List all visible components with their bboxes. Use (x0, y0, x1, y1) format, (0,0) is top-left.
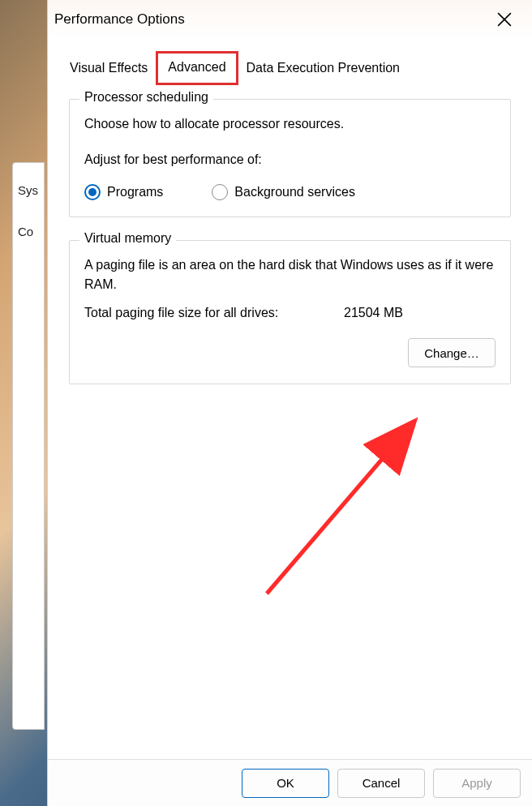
apply-button: Apply (433, 769, 521, 798)
radio-programs[interactable]: Programs (84, 184, 163, 200)
tab-advanced[interactable]: Advanced (156, 51, 238, 85)
paging-file-row: Total paging file size for all drives: 2… (84, 306, 496, 320)
processor-scheduling-description: Choose how to allocate processor resourc… (84, 114, 496, 134)
close-icon (497, 12, 512, 27)
processor-scheduling-group: Processor scheduling Choose how to alloc… (69, 99, 511, 217)
titlebar: Performance Options (48, 0, 532, 39)
virtual-memory-title: Virtual memory (79, 231, 176, 246)
tab-strip: Visual Effects Advanced Data Execution P… (48, 39, 532, 83)
tab-visual-effects[interactable]: Visual Effects (59, 54, 158, 83)
annotation-arrow-icon (251, 407, 437, 602)
tab-dep[interactable]: Data Execution Prevention (236, 54, 410, 83)
performance-options-dialog: Performance Options Visual Effects Advan… (47, 0, 532, 806)
radio-background-services[interactable]: Background services (212, 184, 355, 200)
radio-background-services-label: Background services (234, 185, 355, 199)
radio-programs-label: Programs (107, 185, 163, 199)
radio-icon (212, 184, 228, 200)
cancel-button[interactable]: Cancel (337, 769, 425, 798)
radio-group: Programs Background services (84, 184, 496, 200)
ok-button[interactable]: OK (242, 769, 329, 798)
close-button[interactable] (490, 5, 519, 34)
change-button[interactable]: Change… (408, 338, 496, 367)
adjust-performance-label: Adjust for best performance of: (84, 150, 496, 169)
paging-file-value: 21504 MB (344, 306, 403, 320)
paging-file-label: Total paging file size for all drives: (84, 306, 344, 320)
background-text-sys: Sys (18, 183, 38, 197)
background-window-partial (12, 162, 45, 730)
radio-icon (84, 184, 101, 200)
dialog-title: Performance Options (54, 11, 490, 28)
virtual-memory-group: Virtual memory A paging file is an area … (69, 240, 511, 384)
change-button-row: Change… (84, 338, 496, 367)
background-text-co: Co (18, 225, 33, 238)
virtual-memory-description: A paging file is an area on the hard dis… (84, 255, 496, 294)
tab-content: Processor scheduling Choose how to alloc… (48, 83, 532, 759)
svg-line-3 (267, 423, 413, 594)
processor-scheduling-title: Processor scheduling (79, 90, 213, 105)
dialog-footer: OK Cancel Apply (48, 759, 532, 806)
